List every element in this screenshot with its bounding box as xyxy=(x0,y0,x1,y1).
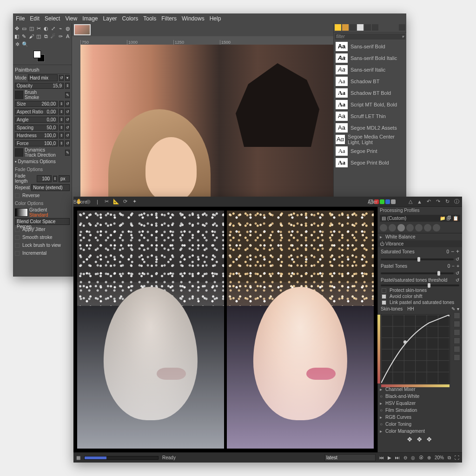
menu-colors[interactable]: Colors xyxy=(122,15,139,22)
white-balance-section[interactable]: White Balance xyxy=(385,234,415,239)
prev-image-icon[interactable]: ⏮ xyxy=(379,455,384,460)
pastel-tones-slider[interactable] xyxy=(381,272,454,274)
clip-shadow-icon[interactable]: △ xyxy=(407,198,414,205)
menu-image[interactable]: Image xyxy=(82,15,98,22)
apply-jitter-checkbox[interactable] xyxy=(15,227,20,232)
reset-icon[interactable]: ↺ xyxy=(456,271,459,276)
fuzzy-select-icon[interactable]: ✂ xyxy=(36,25,42,32)
menu-tools[interactable]: Tools xyxy=(143,15,156,22)
reset-icon[interactable]: ↺ xyxy=(456,278,459,283)
curve-paste-icon[interactable] xyxy=(454,337,460,344)
curve-edit-icon[interactable] xyxy=(454,321,460,327)
sat-tones-slider[interactable] xyxy=(381,258,454,260)
snapshot-select[interactable]: latest xyxy=(324,454,376,461)
zoom-100-icon[interactable]: ⦿ xyxy=(419,455,423,460)
angle-stepper[interactable]: ⇕ xyxy=(59,117,64,123)
dock-tab-2[interactable] xyxy=(342,24,349,31)
channel-b-icon[interactable] xyxy=(385,199,390,204)
brush-preview-swatch[interactable] xyxy=(15,91,23,99)
tab-color-icon[interactable] xyxy=(397,224,405,231)
gradient-tool-icon[interactable]: ◧ xyxy=(14,33,20,40)
gradient-swatch[interactable] xyxy=(15,208,28,217)
menu-help[interactable]: Help xyxy=(210,15,221,22)
font-item[interactable]: AaSans-serif Bold xyxy=(334,40,406,52)
menu-edit[interactable]: Edit xyxy=(30,15,40,22)
color-toning-section[interactable]: Color Toning xyxy=(385,422,411,427)
free-select-icon[interactable]: ◫ xyxy=(28,25,34,32)
rgb-curves-section[interactable]: RGB Curves xyxy=(385,415,411,420)
dock-tab-5[interactable] xyxy=(364,24,371,31)
redo-icon[interactable]: ↷ xyxy=(435,198,442,205)
spacing-slider[interactable]: Spacing50,0 xyxy=(15,125,58,131)
zoom-out-icon[interactable]: ⊖ xyxy=(403,455,407,460)
hardness-slider[interactable]: Hardness100,0 xyxy=(15,132,58,139)
rotate-icon[interactable]: ⟳ xyxy=(122,198,129,205)
font-item[interactable]: AaSegoe Print Bold xyxy=(334,157,406,168)
dock-tab-3[interactable] xyxy=(350,24,356,31)
tab-raw-icon[interactable] xyxy=(424,224,431,231)
path-tool-icon[interactable]: ✑ xyxy=(58,33,64,40)
aspect-stepper[interactable]: ⇕ xyxy=(59,109,64,115)
info-icon[interactable]: ⓘ xyxy=(453,198,460,205)
angle-reset-icon[interactable]: ↺ xyxy=(65,117,70,123)
next-image-icon[interactable]: ⏭ xyxy=(395,455,400,460)
dynamics-options-expander[interactable]: Dynamics Options xyxy=(18,159,56,164)
menu-view[interactable]: View xyxy=(65,15,77,22)
spot-icon[interactable]: ✦ xyxy=(131,198,138,205)
text-tool-icon[interactable]: A xyxy=(65,33,71,40)
aspect-slider[interactable]: Aspect Ratio0,00 xyxy=(15,109,58,115)
channel-l-icon[interactable] xyxy=(391,199,396,204)
undo-icon[interactable]: ↶ xyxy=(425,198,432,205)
opacity-slider[interactable]: Opacity15,9 xyxy=(15,83,64,89)
spacing-stepper[interactable]: ⇕ xyxy=(59,125,64,131)
fg-bg-color[interactable] xyxy=(33,51,46,63)
curve-reset-icon[interactable] xyxy=(454,354,460,361)
warp-tool-icon[interactable]: ⌁ xyxy=(58,25,64,32)
profile-name[interactable]: (Custom) xyxy=(387,216,406,221)
threshold-slider[interactable] xyxy=(381,284,459,286)
fade-length-stepper[interactable]: ⇕ xyxy=(53,176,57,182)
crop-icon[interactable]: ✂ xyxy=(103,198,110,205)
font-item[interactable]: AaSegoe MDL2 Assets xyxy=(334,122,406,133)
transform-tool-icon[interactable]: ⤢ xyxy=(50,25,56,32)
clone-tool-icon[interactable]: ⧉ xyxy=(43,33,49,40)
repeat-select[interactable]: None (extend) xyxy=(31,184,70,191)
nav-thumb-icon[interactable]: ▦ xyxy=(76,455,80,460)
dock-tab-6[interactable] xyxy=(372,24,378,31)
font-item[interactable]: AaScript MT Bold, Bold xyxy=(334,99,406,110)
size-reset-icon[interactable]: ↺ xyxy=(65,101,70,107)
menu-bar[interactable]: File Edit Select View Image Layer Colors… xyxy=(13,13,406,23)
tab-advanced-icon[interactable] xyxy=(406,224,414,231)
smudge-tool-icon[interactable]: ☄ xyxy=(50,33,56,40)
vibrance-section[interactable]: Vibrance xyxy=(385,241,403,246)
color-mgmt-section[interactable]: Color Management xyxy=(385,429,425,434)
menu-filters[interactable]: Filters xyxy=(161,15,177,22)
zoom-in-icon[interactable]: ⊕ xyxy=(427,455,431,460)
dock-menu-icon[interactable] xyxy=(399,24,405,31)
reverse-checkbox[interactable] xyxy=(15,193,20,198)
preview-area[interactable]: Before After xyxy=(73,207,377,452)
zoom-tool-icon[interactable]: 🔍 xyxy=(22,41,28,47)
film-sim-section[interactable]: Film Simulation xyxy=(385,408,417,413)
tab-meta-icon[interactable] xyxy=(433,224,440,231)
smooth-stroke-checkbox[interactable] xyxy=(15,235,20,240)
profile-load-icon[interactable]: 📁 xyxy=(440,216,445,221)
bw-section[interactable]: Black-and-White xyxy=(385,394,419,399)
move-tool-icon[interactable]: ✥ xyxy=(14,25,20,32)
sync-icon[interactable]: ↻ xyxy=(444,198,451,205)
expand-icon[interactable]: ▸ xyxy=(380,234,383,239)
force-reset-icon[interactable]: ↺ xyxy=(65,140,70,146)
blend-color-select[interactable]: Blend Color Space Percep... xyxy=(15,218,70,225)
curve-copy-icon[interactable] xyxy=(454,329,460,336)
force-slider[interactable]: Force100,0 xyxy=(15,140,58,146)
opacity-stepper[interactable]: ⇕ xyxy=(65,83,70,89)
brush-edit-icon[interactable]: ✎ xyxy=(65,92,70,98)
bucket-fill-icon[interactable]: ◍ xyxy=(65,25,71,32)
font-item[interactable]: AaSans-serif Italic xyxy=(334,64,406,75)
dynamics-edit-icon[interactable]: ✎ xyxy=(65,150,70,156)
lock-brush-checkbox[interactable] xyxy=(15,243,20,248)
mode-menu-icon[interactable]: ▾ xyxy=(65,75,70,81)
size-slider[interactable]: Size260,00 xyxy=(15,101,58,107)
spacing-reset-icon[interactable]: ↺ xyxy=(65,125,70,131)
avoid-shift-checkbox[interactable]: ✓ xyxy=(382,294,386,299)
